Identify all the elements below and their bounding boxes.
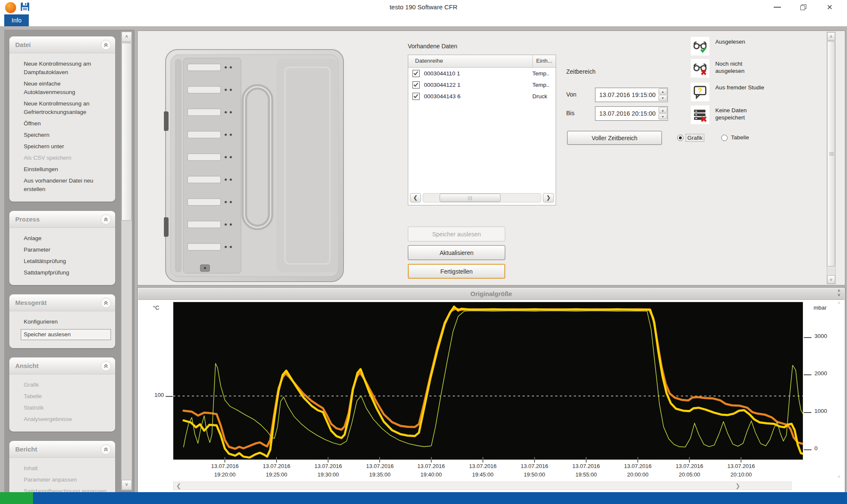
scroll-down-icon[interactable]: ˅ <box>835 474 843 479</box>
row-checkbox[interactable] <box>412 93 420 100</box>
series-name: 0003044122 1 <box>424 82 529 88</box>
section-header[interactable]: Bericht <box>9 441 115 458</box>
glasses-check-icon <box>691 37 709 55</box>
von-spinner[interactable]: ▲ ▼ <box>659 89 667 101</box>
sidebar-item-einstellungen[interactable]: Einstellungen <box>24 165 111 174</box>
section-header[interactable]: Ansicht <box>9 357 115 374</box>
x-tick-label: 13.07.201619:55:00 <box>559 462 614 479</box>
chart-plot[interactable] <box>173 302 803 463</box>
table-row[interactable]: 0003044143 6Druck <box>408 91 556 102</box>
von-datetime-input[interactable] <box>595 88 668 102</box>
sidebar-item-tabelle[interactable]: Tabelle <box>24 392 111 401</box>
sidebar-item-parameter-anpassen[interactable]: Parameter anpassen <box>24 476 111 484</box>
table-row[interactable]: 0003044110 1Temp.. <box>408 68 556 79</box>
section-header[interactable]: Prozess <box>9 211 115 228</box>
sidebar-item--ffnen[interactable]: Öffnen <box>24 119 111 128</box>
sidebar-section-datei: DateiNeue Kontrollmessung am Dampfautokl… <box>9 36 115 202</box>
scrollbar-thumb[interactable]: ||| <box>440 194 501 202</box>
close-button[interactable]: ✕ <box>817 0 843 14</box>
sidebar-item-als-csv-speichern[interactable]: Als CSV speichern <box>24 154 111 162</box>
collapse-chevron-icon[interactable] <box>101 444 111 454</box>
speicher-auslesen-button[interactable]: Speicher auslesen <box>408 227 505 241</box>
aktualisieren-button[interactable]: Aktualisieren <box>408 245 505 260</box>
scroll-left-icon[interactable]: ❮ <box>410 193 421 202</box>
collapse-chevron-icon[interactable] <box>101 40 111 50</box>
sidebar-item-neue-kontrollmessung-an-gefriertrocknungsanlage[interactable]: Neue Kontrollmessung an Gefriertrocknung… <box>24 100 111 116</box>
scroll-right-icon[interactable]: ❯ <box>543 193 554 202</box>
zeitbereich-title: Zeitbereich <box>566 68 595 75</box>
bis-label: Bis <box>566 110 574 116</box>
sidebar-item-statistik[interactable]: Statistik <box>24 404 111 412</box>
x-tick-date: 13.07.2016 <box>301 462 356 471</box>
legend-label: Ausgelesen <box>715 38 745 55</box>
spin-up-icon[interactable]: ▲ <box>659 89 667 94</box>
section-items: Neue Kontrollmessung am DampfautoklavenN… <box>9 53 115 202</box>
x-tick-label: 13.07.201620:10:00 <box>714 462 769 479</box>
tab-info[interactable]: Info <box>4 14 29 26</box>
x-tick-label: 13.07.201619:35:00 <box>352 462 407 479</box>
scroll-down-icon[interactable]: ˅ <box>827 275 835 284</box>
x-tick-time: 19:25:00 <box>249 471 304 479</box>
sidebar-item-parameter[interactable]: Parameter <box>24 246 111 254</box>
sidebar-item-konfigurieren[interactable]: Konfigurieren <box>24 318 111 326</box>
scrollbar-thumb[interactable] <box>122 43 132 221</box>
section-header[interactable]: Datei <box>9 36 115 53</box>
column-datenreihe[interactable]: Datenreihe <box>408 55 532 67</box>
bis-spinner[interactable]: ▲ ▼ <box>659 107 667 120</box>
sidebar-scrollbar[interactable]: ˄ ˅ <box>121 31 132 490</box>
sidebar-item-sattdampfpr-fung[interactable]: Sattdampfprüfung <box>24 269 111 277</box>
fertigstellen-button[interactable]: Fertigstellen <box>408 264 505 279</box>
restore-button[interactable] <box>790 0 817 14</box>
table-horizontal-scrollbar[interactable]: ❮ ||| ❯ <box>410 193 554 203</box>
x-tick-label: 13.07.201619:20:00 <box>197 462 252 479</box>
scroll-up-icon[interactable]: ˄ <box>122 32 132 42</box>
collapse-chevron-icon[interactable] <box>101 361 111 371</box>
upper-panel: Vorhandene Daten Datenreihe Einh... 0003… <box>137 30 845 285</box>
scrollbar-thumb[interactable] <box>827 41 835 266</box>
sidebar-item-grafik[interactable]: Grafik <box>24 381 111 389</box>
chart-vertical-scrollbar[interactable]: ˄ ˅ ˄ ˅ <box>835 288 843 493</box>
spin-down-icon[interactable]: ▼ <box>659 95 667 101</box>
row-checkbox[interactable] <box>412 81 420 89</box>
minimize-button[interactable] <box>764 0 790 14</box>
column-einheit[interactable]: Einh... <box>532 55 556 67</box>
chart-horizontal-scrollbar[interactable]: ❮ ❯ <box>173 482 792 490</box>
right-tick-mark <box>804 374 811 375</box>
section-header[interactable]: Messgerät <box>9 294 115 311</box>
sidebar: DateiNeue Kontrollmessung am Dampfautokl… <box>4 30 135 492</box>
collapse-chevron-icon[interactable] <box>101 298 111 308</box>
sidebar-item-neue-einfache-autoklavenmessung[interactable]: Neue einfache Autoklavenmessung <box>24 80 111 97</box>
section-items: AnlageParameterLetalitätsprüfungSattdamp… <box>9 228 115 285</box>
sidebar-item-inhalt[interactable]: Inhalt <box>24 464 111 473</box>
scroll-right-icon[interactable]: ❯ <box>735 482 740 490</box>
section-title: Datei <box>15 41 31 48</box>
table-row[interactable]: 0003044122 1Temp.. <box>408 79 556 91</box>
sidebar-item-anlage[interactable]: Anlage <box>24 234 111 243</box>
radio-tabelle[interactable] <box>721 135 728 141</box>
row-checkbox[interactable] <box>412 70 420 77</box>
spin-down-icon[interactable]: ▼ <box>659 114 667 119</box>
spin-up-icon[interactable]: ▲ <box>659 107 667 113</box>
sidebar-item-analyseergebnisse[interactable]: Analyseergebnisse <box>24 415 111 424</box>
scroll-up-icon[interactable]: ˄ <box>835 300 843 305</box>
sidebar-item-speicher-auslesen[interactable]: Speicher auslesen <box>21 329 111 340</box>
upper-panel-scrollbar[interactable]: ˄ ˅ <box>827 32 836 284</box>
collapse-chevron-icon[interactable] <box>101 214 111 224</box>
radio-grafik[interactable] <box>677 135 684 141</box>
sidebar-item-letalit-tspr-fung[interactable]: Letalitätsprüfung <box>24 257 111 266</box>
voller-zeitbereich-button[interactable]: Voller Zeitbereich <box>567 131 662 145</box>
sidebar-item-sattdampfberechnung-anpassen[interactable]: Sattdampfberechnung anpassen <box>24 487 111 492</box>
scroll-up-icon[interactable]: ˄ <box>827 32 835 41</box>
radio-tabelle-label[interactable]: Tabelle <box>730 134 750 141</box>
bis-datetime-input[interactable] <box>595 106 668 121</box>
sidebar-item-aus-vorhandener-datei-neu-erstellen[interactable]: Aus vorhandener Datei neu erstellen <box>24 177 111 194</box>
radio-grafik-label[interactable]: Grafik <box>686 134 704 142</box>
scroll-down-icon[interactable]: ˅ <box>122 480 132 490</box>
sidebar-item-neue-kontrollmessung-am-dampfautoklaven[interactable]: Neue Kontrollmessung am Dampfautoklaven <box>24 60 111 77</box>
x-tick-date: 13.07.2016 <box>249 462 304 471</box>
scroll-left-icon[interactable]: ❮ <box>176 482 181 490</box>
splitter-down-icon[interactable]: ˅ <box>835 293 843 297</box>
sidebar-item-speichern-unter[interactable]: Speichern unter <box>24 142 111 151</box>
sidebar-item-speichern[interactable]: Speichern <box>24 131 111 139</box>
right-tick-mark <box>804 337 811 338</box>
